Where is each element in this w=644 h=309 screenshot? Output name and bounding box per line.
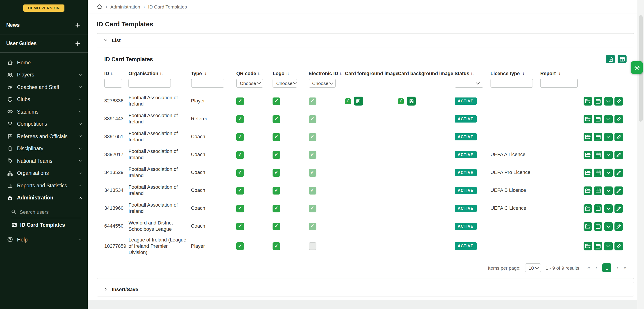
table-row[interactable]: 3391651Football Association of IrelandCo… <box>104 128 626 146</box>
expand-row-button[interactable] <box>604 115 613 123</box>
sidebar-item-national-teams[interactable]: National Teams <box>0 155 88 167</box>
sidebar-item-competitions[interactable]: Competitions <box>0 118 88 130</box>
sort-toggle-icon[interactable]: ↑↓ <box>340 71 342 76</box>
checkbox-checked[interactable]: ✓ <box>273 97 280 105</box>
checkbox-checked[interactable]: ✓ <box>308 133 316 141</box>
open-row-button[interactable] <box>583 133 592 141</box>
open-row-button[interactable] <box>583 242 592 250</box>
checkbox-checked[interactable]: ✓ <box>236 205 244 212</box>
sidebar-search[interactable] <box>11 206 80 218</box>
sort-toggle-icon[interactable]: ↑↓ <box>258 71 260 76</box>
checkbox-checked[interactable]: ✓ <box>236 133 244 141</box>
sort-toggle-icon[interactable]: ↑↓ <box>160 71 163 76</box>
checkbox-checked[interactable]: ✓ <box>236 223 244 230</box>
add-user-guide-button[interactable] <box>74 39 82 47</box>
filter-organisation-input[interactable] <box>128 79 171 88</box>
sidebar-item-disciplinary[interactable]: Disciplinary <box>0 142 88 155</box>
checkbox-checked[interactable]: ✓ <box>308 115 316 123</box>
sort-toggle-icon[interactable]: ↑↓ <box>110 71 114 76</box>
sort-toggle-icon[interactable]: ↑↓ <box>557 71 560 76</box>
checkbox-checked[interactable]: ✓ <box>398 98 404 104</box>
expand-row-button[interactable] <box>604 150 613 159</box>
expand-row-button[interactable] <box>604 168 613 177</box>
sidebar-item-referees-and-officials[interactable]: Referees and Officials <box>0 130 88 142</box>
breadcrumb-item[interactable]: Administration <box>110 4 140 9</box>
checkbox-checked[interactable]: ✓ <box>273 205 280 212</box>
sidebar-section-user-guides[interactable]: User Guides <box>0 34 88 52</box>
validity-row-button[interactable] <box>594 168 602 177</box>
validity-row-button[interactable] <box>594 242 602 250</box>
edit-row-button[interactable] <box>614 168 623 177</box>
sidebar-item-clubs[interactable]: Clubs <box>0 93 88 105</box>
filter-id-input[interactable] <box>104 79 122 88</box>
sidebar-item-players[interactable]: Players <box>0 69 88 81</box>
prev-page-button[interactable]: ‹ <box>596 265 597 271</box>
table-row[interactable]: 3392017Football Association of IrelandCo… <box>104 146 626 164</box>
checkbox-checked[interactable]: ✓ <box>308 151 316 159</box>
expand-row-button[interactable] <box>604 97 613 105</box>
checkbox-checked[interactable]: ✓ <box>308 97 316 105</box>
items-per-page-select[interactable]: 10 <box>525 264 541 273</box>
validity-row-button[interactable] <box>594 97 602 105</box>
table-row[interactable]: 3391443Football Association of IrelandRe… <box>104 110 626 128</box>
checkbox-checked[interactable]: ✓ <box>273 242 280 250</box>
checkbox-unchecked[interactable] <box>308 242 316 250</box>
checkbox-checked[interactable]: ✓ <box>273 133 280 141</box>
checkbox-checked[interactable]: ✓ <box>308 223 316 230</box>
checkbox-checked[interactable]: ✓ <box>273 187 280 194</box>
sidebar-item-reports-and-statistics[interactable]: Reports and Statistics <box>0 179 88 192</box>
checkbox-checked[interactable]: ✓ <box>236 169 244 176</box>
add-news-button[interactable] <box>74 21 82 29</box>
settings-fab-button[interactable] <box>631 61 643 74</box>
sort-toggle-icon[interactable]: ↑↓ <box>203 71 206 76</box>
validity-row-button[interactable] <box>594 115 602 123</box>
filter-report-input[interactable] <box>540 79 578 88</box>
checkbox-checked[interactable]: ✓ <box>345 98 351 104</box>
expand-row-button[interactable] <box>604 242 613 250</box>
sidebar-item-help[interactable]: Help <box>0 233 88 246</box>
checkbox-checked[interactable]: ✓ <box>236 242 244 250</box>
validity-row-button[interactable] <box>594 150 602 159</box>
open-row-button[interactable] <box>583 222 592 231</box>
home-icon[interactable] <box>97 3 102 9</box>
sidebar-item-coaches-and-staff[interactable]: Coaches and Staff <box>0 81 88 93</box>
last-page-button[interactable]: » <box>624 265 626 271</box>
save-background-button[interactable] <box>407 97 416 105</box>
checkbox-checked[interactable]: ✓ <box>308 169 316 176</box>
sort-toggle-icon[interactable]: ↑↓ <box>521 71 524 76</box>
expand-row-button[interactable] <box>604 133 613 141</box>
filter-licence-type-input[interactable] <box>490 79 533 88</box>
table-row[interactable]: 6444550Wexford and District Schoolboys L… <box>104 217 626 235</box>
sort-toggle-icon[interactable]: ↑↓ <box>470 71 474 76</box>
open-row-button[interactable] <box>583 186 592 195</box>
sort-toggle-icon[interactable]: ↑↓ <box>286 71 289 76</box>
sidebar-section-news[interactable]: News <box>0 16 88 34</box>
edit-row-button[interactable] <box>614 150 623 159</box>
table-row[interactable]: 3413960Football Association of IrelandCo… <box>104 199 626 217</box>
validity-row-button[interactable] <box>594 133 602 141</box>
edit-row-button[interactable] <box>614 186 623 195</box>
checkbox-checked[interactable]: ✓ <box>236 115 244 123</box>
export-list-button[interactable] <box>606 55 615 63</box>
checkbox-checked[interactable]: ✓ <box>308 187 316 194</box>
sidebar-item-home[interactable]: Home <box>0 56 88 69</box>
filter-electronic-id-select[interactable]: Choose <box>308 79 336 88</box>
expand-row-button[interactable] <box>604 186 613 195</box>
edit-row-button[interactable] <box>614 204 623 213</box>
sidebar-item-stadiums[interactable]: Stadiums <box>0 105 88 118</box>
current-page-button[interactable]: 1 <box>602 264 611 273</box>
filter-status-select[interactable] <box>454 79 483 88</box>
validity-row-button[interactable] <box>594 204 602 213</box>
validity-row-button[interactable] <box>594 222 602 231</box>
first-page-button[interactable]: « <box>588 265 590 271</box>
checkbox-checked[interactable]: ✓ <box>236 97 244 105</box>
edit-row-button[interactable] <box>614 222 623 231</box>
table-row[interactable]: 3413529Football Association of IrelandCo… <box>104 164 626 182</box>
table-row[interactable]: 3413534Football Association of IrelandCo… <box>104 182 626 199</box>
breadcrumb-item[interactable]: ID Card Templates <box>148 4 187 9</box>
checkbox-checked[interactable]: ✓ <box>273 151 280 159</box>
table-row[interactable]: 3276836Football Association of IrelandPl… <box>104 92 626 110</box>
edit-row-button[interactable] <box>614 115 623 123</box>
checkbox-checked[interactable]: ✓ <box>236 187 244 194</box>
list-panel-header[interactable]: List <box>97 33 634 47</box>
